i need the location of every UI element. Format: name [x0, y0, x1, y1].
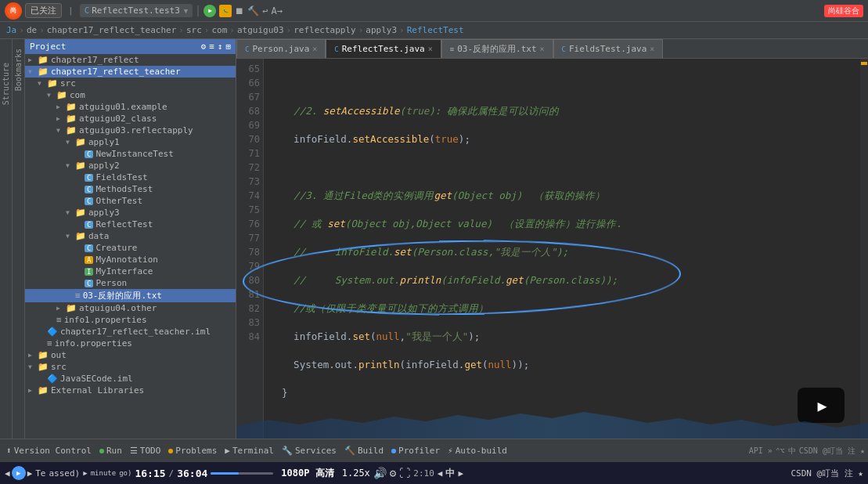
tab-close-icon[interactable]: × — [650, 45, 654, 53]
terminal-btn[interactable]: ▶ Terminal — [222, 444, 277, 457]
build-button[interactable]: 🔨 — [247, 5, 259, 16]
prop-icon: ≡ — [56, 315, 62, 325]
play-button-overlay[interactable] — [798, 388, 845, 423]
run-button[interactable] — [203, 5, 216, 17]
version-control-btn[interactable]: ⬆ Version Control — [3, 444, 95, 457]
tab-fieldstest[interactable]: C FieldsTest.java × — [553, 39, 664, 58]
tree-item-data[interactable]: ▼ 📁 data — [25, 230, 236, 242]
debug-button[interactable]: 🐛 — [219, 5, 232, 17]
settings-icon[interactable]: ⚙ — [390, 467, 396, 479]
breadcrumb-item[interactable]: src — [186, 25, 202, 35]
file-tab[interactable]: C ReflectTest.test3 ▼ — [80, 4, 193, 17]
tree-item-fieldstest[interactable]: C FieldsTest — [25, 172, 236, 183]
tree-item-03txt[interactable]: ≡ 03-反射的应用.txt — [25, 289, 236, 302]
breadcrumb-item[interactable]: chapter17_reflect_teacher — [47, 25, 177, 35]
breadcrumb-item[interactable]: Ja — [6, 25, 16, 35]
breadcrumb-item[interactable]: ReflectTest — [407, 25, 464, 35]
play-pause-btn[interactable]: ▶ — [12, 466, 26, 480]
breadcrumb-item[interactable]: reflectapply — [294, 25, 355, 35]
tab-close-icon[interactable]: × — [540, 45, 545, 53]
sort-icon[interactable]: ↕ — [218, 42, 223, 52]
tree-item-apply2[interactable]: ▼ 📁 apply2 — [25, 160, 236, 172]
services-icon: 🔧 — [282, 446, 293, 456]
update-button[interactable]: ↩ — [262, 5, 268, 16]
arrow-icon: ▼ — [66, 139, 75, 146]
tree-item-src[interactable]: ▼ 📁 src — [25, 78, 236, 89]
tree-item-label: atguigu01.example — [79, 102, 167, 112]
tree-item-reflecttest[interactable]: C ReflectTest — [25, 219, 236, 230]
brand-area: CSDN @叮当 注 ★ — [791, 468, 863, 479]
tree-item-atguigu02[interactable]: ▶ 📁 atguigu02_class — [25, 113, 236, 125]
breadcrumb-item[interactable]: atguigu03 — [237, 25, 284, 35]
volume-icon[interactable]: 🔊 — [373, 467, 387, 479]
bookmarks-label[interactable]: Bookmarks — [14, 49, 23, 91]
autobuild-btn[interactable]: ⚡ Auto-build — [445, 444, 510, 457]
java-class-icon: C — [85, 244, 93, 252]
profiler-btn[interactable]: Profiler — [388, 444, 443, 457]
tree-item-teacher[interactable]: ▼ 📁 chapter17_reflect_teacher — [25, 66, 236, 78]
followed-button[interactable]: 已关注 — [25, 3, 62, 18]
tab-close-icon[interactable]: × — [428, 45, 433, 53]
tree-item-creature[interactable]: C Creature — [25, 242, 236, 254]
tree-item-out[interactable]: ▶ 📁 out — [25, 349, 236, 361]
code-content[interactable]: //2. setAccessible(true): 确保此属性是可以访问的 in… — [264, 59, 860, 439]
code-editor[interactable]: 65 66 67 68 69 70 71 72 73 74 75 76 77 7… — [236, 59, 868, 439]
txt-icon: ≡ — [75, 291, 81, 301]
breadcrumb-item[interactable]: com — [211, 25, 227, 35]
tab-java-icon: C — [562, 45, 566, 53]
lang-btn[interactable]: ◀ — [438, 468, 443, 479]
run-btn[interactable]: Run — [96, 444, 125, 457]
tree-item-methodstest[interactable]: C MethodsTest — [25, 183, 236, 195]
breadcrumb-item[interactable]: de — [27, 25, 37, 35]
tree-item-external[interactable]: ▶ 📁 External Libraries — [25, 385, 236, 396]
collapse-icon[interactable]: ⊞ — [225, 42, 231, 52]
gear-icon[interactable]: ⚙ — [201, 42, 207, 52]
fullscreen-icon[interactable]: ⛶ — [399, 467, 410, 479]
tree-item-person[interactable]: C Person — [25, 277, 236, 289]
progress-bar-wrap[interactable]: 16:15 / 36:04 — [135, 468, 273, 479]
tab-03txt[interactable]: ≡ 03-反射的应用.txt × — [441, 39, 553, 58]
expand-icon[interactable]: ≡ — [209, 42, 214, 52]
arrow-icon: ▶ — [28, 352, 38, 359]
tree-item-apply3[interactable]: ▼ 📁 apply3 — [25, 207, 236, 219]
tree-item-atguigu03[interactable]: ▼ 📁 atguigu03.reflectapply — [25, 125, 236, 136]
sep: › — [229, 25, 235, 35]
build-btn[interactable]: 🔨 Build — [341, 444, 387, 457]
profiler-dot — [391, 449, 396, 453]
tree-item-othertest[interactable]: C OtherTest — [25, 195, 236, 207]
tree-item-myannotation[interactable]: A MyAnnotation — [25, 254, 236, 265]
play-small-icon: ▶ — [83, 469, 87, 477]
tree-item-apply1[interactable]: ▼ 📁 apply1 — [25, 136, 236, 148]
tree-item-iml[interactable]: 🔷 chapter17_reflect_teacher.iml — [25, 326, 236, 338]
tree-item-src2[interactable]: ▼ 📁 src — [25, 361, 236, 373]
todo-btn[interactable]: ☰ TODO — [127, 444, 164, 457]
next-frame-btn[interactable]: ▶ — [27, 468, 33, 479]
tree-item-info[interactable]: ≡ info.properties — [25, 338, 236, 349]
terminal-icon: ▶ — [225, 446, 230, 456]
tree-item-com[interactable]: ▼ 📁 com — [25, 89, 236, 101]
structure-label[interactable]: Structure — [2, 63, 10, 105]
prev-frame-btn[interactable]: ◀ — [5, 468, 10, 479]
sponsor-btn[interactable]: 尚硅谷合 — [824, 5, 863, 17]
stop-button[interactable]: ⏹ — [235, 5, 244, 16]
breadcrumb-item[interactable]: apply3 — [366, 25, 397, 35]
tree-item-atguigu04[interactable]: ▶ 📁 atguigu04.other — [25, 302, 236, 314]
tab-person[interactable]: C Person.java × — [236, 39, 326, 58]
tree-item-info1[interactable]: ≡ info1.properties — [25, 314, 236, 326]
services-btn[interactable]: 🔧 Services — [279, 444, 340, 457]
progress-bar[interactable] — [211, 472, 273, 475]
playback-controls: ◀ ▶ ▶ — [5, 466, 32, 480]
tree-item-atguigu01[interactable]: ▶ 📁 atguigu01.example — [25, 101, 236, 113]
folder-icon: 📁 — [75, 161, 86, 171]
tree-item-myinterface[interactable]: I MyInterface — [25, 265, 236, 277]
brand-label: CSDN @叮当 注 ★ — [791, 468, 863, 479]
translate-button[interactable]: A→ — [272, 5, 283, 16]
tree-item-newinstance[interactable]: C NewInstanceTest — [25, 148, 236, 160]
lang-next-btn[interactable]: ▶ — [458, 468, 463, 479]
tree-item-chapter17[interactable]: ▶ 📁 chapter17_reflect — [25, 54, 236, 66]
tab-reflecttest[interactable]: C ReflectTest.java × — [326, 39, 441, 58]
problems-btn[interactable]: Problems — [165, 444, 220, 457]
tab-close-icon[interactable]: × — [312, 45, 317, 53]
tree-item-javasecode[interactable]: 🔷 JavaSECode.iml — [25, 373, 236, 385]
tree-item-label: atguigu03.reflectapply — [79, 125, 193, 135]
